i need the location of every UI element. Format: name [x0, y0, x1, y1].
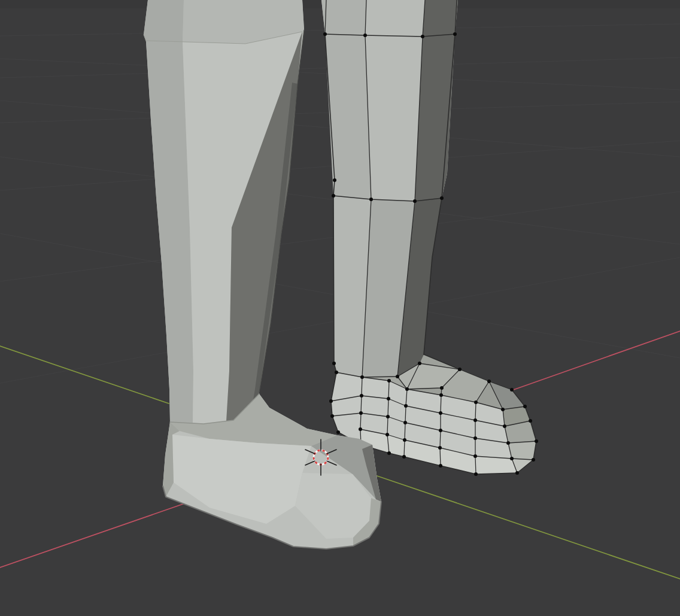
edit-vertex[interactable] — [360, 394, 363, 397]
edit-vertex[interactable] — [405, 387, 409, 391]
edit-vertex[interactable] — [403, 438, 406, 442]
edit-vertex[interactable] — [421, 35, 424, 38]
edit-vertex[interactable] — [529, 419, 532, 423]
edit-vertex[interactable] — [396, 375, 399, 378]
edit-vertex[interactable] — [387, 379, 391, 383]
blender-3d-viewport[interactable] — [0, 0, 680, 616]
edit-vertex[interactable] — [402, 455, 406, 459]
edit-vertex[interactable] — [473, 436, 477, 440]
edit-vertex[interactable] — [458, 368, 462, 371]
edit-vertex[interactable] — [359, 411, 363, 415]
edit-vertex[interactable] — [532, 458, 535, 462]
edit-vertex[interactable] — [363, 34, 367, 37]
edit-vertex[interactable] — [474, 400, 478, 404]
edit-vertex[interactable] — [501, 408, 505, 411]
edit-vertex[interactable] — [418, 362, 421, 365]
edit-vertex[interactable] — [329, 399, 333, 403]
edit-vertex[interactable] — [440, 386, 444, 390]
edit-vertex[interactable] — [323, 32, 327, 36]
edit-vertex[interactable] — [404, 404, 408, 408]
edit-vertex[interactable] — [439, 393, 443, 397]
edit-vertex[interactable] — [386, 415, 390, 418]
edit-vertex[interactable] — [332, 194, 335, 198]
edit-vertex[interactable] — [385, 433, 389, 436]
edit-vertex[interactable] — [332, 362, 336, 365]
edit-vertex[interactable] — [330, 414, 334, 418]
edit-vertex[interactable] — [438, 446, 442, 450]
edit-vertex[interactable] — [503, 424, 506, 428]
edit-vertex[interactable] — [515, 471, 519, 475]
viewport-3d[interactable] — [0, 0, 680, 616]
edit-vertex[interactable] — [506, 441, 510, 445]
edit-vertex[interactable] — [387, 397, 390, 400]
edit-vertex[interactable] — [439, 464, 442, 468]
edit-vertex[interactable] — [439, 429, 442, 432]
edit-vertex[interactable] — [510, 388, 514, 392]
edit-vertex[interactable] — [403, 421, 407, 424]
edit-vertex[interactable] — [535, 439, 538, 443]
edit-vertex[interactable] — [453, 32, 457, 36]
edit-vertex[interactable] — [510, 457, 514, 460]
edit-vertex[interactable] — [387, 451, 391, 455]
leg-left-facet-knee-left[interactable] — [144, 0, 184, 42]
edit-vertex[interactable] — [474, 472, 478, 476]
edit-vertex[interactable] — [335, 371, 338, 374]
edit-vertex[interactable] — [333, 178, 336, 182]
edit-vertex[interactable] — [440, 196, 444, 200]
edit-vertex[interactable] — [473, 454, 477, 458]
edit-vertex[interactable] — [369, 198, 373, 201]
edit-vertex[interactable] — [487, 380, 491, 383]
edit-vertex[interactable] — [523, 405, 527, 408]
edit-vertex[interactable] — [413, 199, 417, 203]
edit-vertex[interactable] — [473, 418, 477, 422]
edit-vertex[interactable] — [336, 430, 340, 434]
edit-vertex[interactable] — [360, 375, 364, 379]
edit-vertex[interactable] — [359, 427, 362, 431]
edit-vertex[interactable] — [439, 411, 442, 415]
